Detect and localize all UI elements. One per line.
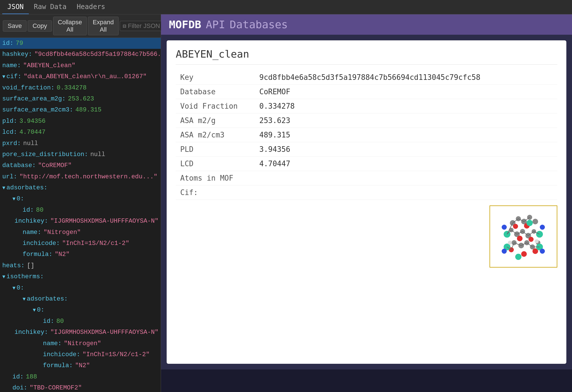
svg-point-4 <box>532 219 538 224</box>
molecule-visualization <box>176 205 557 268</box>
info-label: ASA m2/cm3 <box>176 128 255 142</box>
tab-json[interactable]: JSON <box>2 0 29 14</box>
json-line[interactable]: id:80 <box>0 205 161 216</box>
info-row: Atoms in MOF <box>176 171 557 185</box>
json-value: 489.315 <box>75 105 101 115</box>
json-line[interactable]: url:"http://mof.tech.northwestern.edu...… <box>0 171 161 182</box>
tab-raw-data[interactable]: Raw Data <box>29 0 72 14</box>
json-line[interactable]: surface_area_m2cm3:489.315 <box>0 104 161 115</box>
json-line[interactable]: pxrd:null <box>0 138 161 149</box>
mol-svg <box>490 206 557 267</box>
json-value: "ABEYEN_clean" <box>23 60 75 71</box>
json-key: pld: <box>2 116 17 126</box>
info-row: ASA m2/g 253.623 <box>176 113 557 128</box>
info-label: Atoms in MOF <box>176 171 255 185</box>
json-key: surface_area_m2cm3: <box>2 105 73 115</box>
tab-headers[interactable]: Headers <box>71 0 110 14</box>
info-value: 9cd8fbb4e6a58c5d3f5a197884c7b56694cd1130… <box>255 70 557 85</box>
svg-point-32 <box>508 241 512 245</box>
json-key: url: <box>2 172 17 182</box>
json-line[interactable]: database:"CoREMOF" <box>0 160 161 171</box>
json-line[interactable]: id:188 <box>0 371 161 382</box>
json-value: 80 <box>36 205 44 215</box>
json-line[interactable]: name:"ABEYEN_clean" <box>0 60 161 71</box>
mofdb-brand: MOFDB <box>169 18 201 31</box>
json-line[interactable]: ▼adsorbates: <box>0 182 161 193</box>
json-line[interactable]: ▼cif:"data_ABEYEN_clean\r\n_au….01267" <box>0 71 161 82</box>
json-key: database: <box>2 160 36 171</box>
json-key: inchicode: <box>23 238 60 249</box>
json-line[interactable]: name:"Nitrogen" <box>0 338 161 349</box>
json-value: 253.623 <box>68 94 94 104</box>
mofdb-api: API <box>206 18 225 31</box>
json-value: "data_ABEYEN_clean\r\n_au….01267" <box>24 71 147 82</box>
json-value: "N2" <box>75 360 90 371</box>
json-line[interactable]: id:79 <box>0 38 161 49</box>
json-line[interactable]: name:"Nitrogen" <box>0 227 161 238</box>
json-key: name: <box>43 338 62 349</box>
json-line[interactable]: inchikey:"IJGRMHOSHXDMSA-UHFFFAOYSA-N" <box>0 327 161 338</box>
json-line[interactable]: inchikey:"IJGRMHOSHXDMSA-UHFFFAOYSA-N" <box>0 216 161 227</box>
json-key: name: <box>2 60 21 71</box>
json-value: "CoREMOF" <box>38 160 72 171</box>
toggle-arrow[interactable]: ▼ <box>2 273 5 281</box>
info-row: Key 9cd8fbb4e6a58c5d3f5a197884c7b56694cd… <box>176 70 557 85</box>
info-value: 489.315 <box>255 128 557 142</box>
json-line[interactable]: hashkey:"9cd8fbb4e6a58c5d3f5a197884c7b56… <box>0 49 161 60</box>
json-key: formula: <box>43 360 73 371</box>
main-content: Save Copy Collapse All Expand All ⊟ id:7… <box>0 14 572 392</box>
json-key: cif: <box>6 71 21 82</box>
svg-point-15 <box>513 224 518 229</box>
toggle-arrow[interactable]: ▼ <box>2 73 5 81</box>
content-card: ABEYEN_clean Key 9cd8fbb4e6a58c5d3f5a197… <box>167 40 566 364</box>
json-line[interactable]: inchicode:"InChI=1S/N2/c1-2" <box>0 349 161 360</box>
json-key: lcd: <box>2 127 17 137</box>
json-line[interactable]: ▼adsorbates: <box>0 294 161 305</box>
json-value: "N2" <box>55 249 70 260</box>
expand-all-button[interactable]: Expand All <box>88 17 119 35</box>
json-line[interactable]: id:80 <box>0 316 161 327</box>
json-line[interactable]: inchicode:"InChI=1S/N2/c1-2" <box>0 238 161 249</box>
collapse-all-button[interactable]: Collapse All <box>53 17 87 35</box>
json-line[interactable]: pore_size_distribution:null <box>0 149 161 160</box>
json-line[interactable]: doi:"TBD-COREMOF2" <box>0 382 161 392</box>
json-line[interactable]: ▼0: <box>0 193 161 204</box>
info-table: Key 9cd8fbb4e6a58c5d3f5a197884c7b56694cd… <box>176 70 557 200</box>
json-line[interactable]: lcd:4.70447 <box>0 127 161 138</box>
json-line[interactable]: void_fraction:0.334278 <box>0 82 161 93</box>
right-bottom-bar <box>161 369 572 392</box>
json-line[interactable]: ▼0: <box>0 305 161 316</box>
toggle-arrow[interactable]: ▼ <box>33 306 36 315</box>
json-value: 3.94356 <box>19 116 45 126</box>
info-label: Cif: <box>176 185 255 200</box>
info-label: Database <box>176 85 255 99</box>
json-value: "http://mof.tech.northwestern.edu..." <box>19 172 157 182</box>
json-key: doi: <box>12 383 27 392</box>
json-line[interactable]: heats:[] <box>0 260 161 271</box>
info-value: 4.70447 <box>255 157 557 171</box>
json-value: "9cd8fbb4e6a58c5d3f5a197884c7b566..." <box>34 49 161 60</box>
json-key: hashkey: <box>2 49 32 60</box>
json-viewer[interactable]: id:79hashkey:"9cd8fbb4e6a58c5d3f5a197884… <box>0 38 161 392</box>
toggle-arrow[interactable]: ▼ <box>12 195 16 203</box>
toggle-arrow[interactable]: ▼ <box>23 295 26 304</box>
json-key: name: <box>23 227 41 238</box>
json-line[interactable]: pld:3.94356 <box>0 116 161 127</box>
copy-button[interactable]: Copy <box>28 20 52 32</box>
json-line[interactable]: formula:"N2" <box>0 360 161 371</box>
save-button[interactable]: Save <box>3 20 27 32</box>
info-label: LCD <box>176 157 255 171</box>
json-key: id: <box>43 316 54 327</box>
json-line[interactable]: ▼0: <box>0 282 161 294</box>
json-line[interactable]: ▼isotherms: <box>0 271 161 282</box>
info-label: PLD <box>176 142 255 157</box>
toggle-arrow[interactable]: ▼ <box>12 284 16 293</box>
svg-point-33 <box>535 239 539 243</box>
json-key: heats: <box>2 260 25 271</box>
json-value: "IJGRMHOSHXDMSA-UHFFFAOYSA-N" <box>50 327 158 338</box>
svg-point-17 <box>517 236 523 241</box>
json-line[interactable]: surface_area_m2g:253.623 <box>0 93 161 104</box>
toggle-arrow[interactable]: ▼ <box>2 184 5 192</box>
json-line[interactable]: formula:"N2" <box>0 249 161 260</box>
top-tabs: JSON Raw Data Headers <box>0 0 572 14</box>
